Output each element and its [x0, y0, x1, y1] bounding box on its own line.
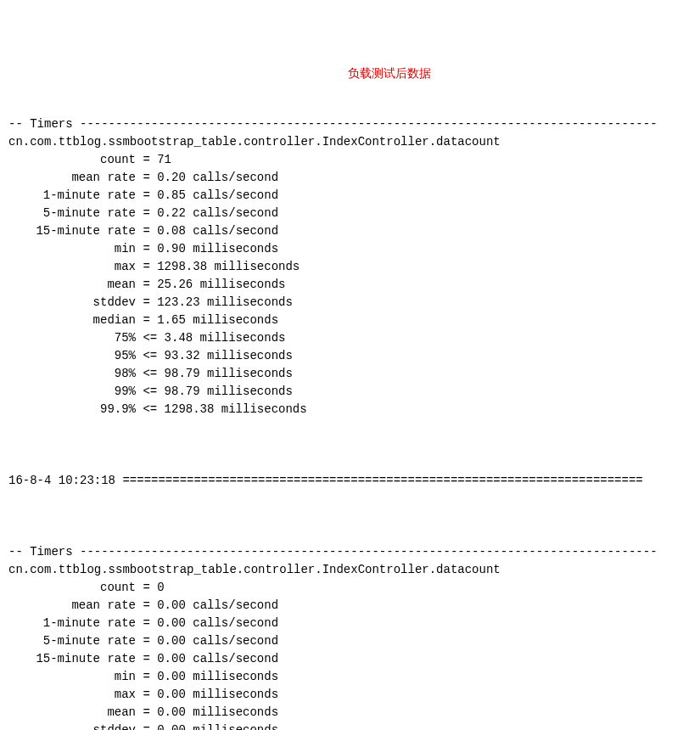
metric-value: 0.00 calls/second [157, 616, 278, 630]
metric-op: = [136, 598, 157, 612]
metric-value: 0.00 milliseconds [157, 688, 278, 701]
metric-value: 0.20 calls/second [157, 171, 278, 184]
metric-label: 75% [8, 329, 136, 347]
metric-op: <= [136, 349, 165, 362]
metric-value: 3.48 milliseconds [165, 331, 286, 345]
metric-op: = [136, 670, 157, 683]
metric-row: 1-minute rate = 0.00 calls/second [8, 616, 278, 630]
metric-op: = [136, 723, 157, 730]
metric-op: = [136, 634, 157, 648]
metric-value: 0.90 milliseconds [157, 242, 278, 256]
metric-op: = [136, 171, 157, 184]
metric-op: <= [136, 367, 165, 380]
metric-label: stddev [8, 294, 136, 312]
metric-row: stddev = 0.00 milliseconds [8, 723, 278, 730]
metric-value: 71 [157, 153, 171, 166]
equals-divider: ========================================… [122, 474, 642, 487]
metric-label: 15-minute rate [8, 650, 136, 668]
timers-section-1: -- Timers ------------------------------… [8, 98, 692, 418]
metric-op: = [136, 188, 157, 202]
metric-row: mean rate = 0.00 calls/second [8, 598, 278, 612]
metric-label: mean [8, 704, 136, 722]
metric-row: 99.9% <= 1298.38 milliseconds [8, 402, 307, 416]
metric-op: = [136, 652, 157, 665]
header-prefix: -- Timers [8, 545, 80, 559]
metric-row: count = 0 [8, 581, 165, 594]
metric-row: mean rate = 0.20 calls/second [8, 171, 278, 184]
metric-row: 95% <= 93.32 milliseconds [8, 349, 293, 362]
metric-label: 98% [8, 365, 136, 383]
metric-label: mean [8, 276, 136, 294]
timers-section-2: -- Timers ------------------------------… [8, 525, 692, 730]
timestamp-divider: 16-8-4 10:23:18 ========================… [8, 454, 692, 490]
metric-op: = [136, 616, 157, 630]
header-dashes: ----------------------------------------… [80, 117, 658, 131]
metric-label: max [8, 258, 136, 276]
class-name-2: cn.com.ttblog.ssmbootstrap_table.control… [8, 563, 501, 576]
metric-label: count [8, 151, 136, 169]
metric-row: mean = 25.26 milliseconds [8, 278, 285, 291]
metric-op: <= [136, 385, 165, 398]
metric-row: mean = 0.00 milliseconds [8, 705, 278, 719]
metric-op: = [136, 295, 157, 309]
section-header-1: -- Timers ------------------------------… [8, 117, 658, 131]
metric-label: min [8, 240, 136, 258]
metric-label: count [8, 579, 136, 597]
metric-label: 1-minute rate [8, 187, 136, 205]
section-header-2: -- Timers ------------------------------… [8, 545, 658, 559]
metric-row: stddev = 123.23 milliseconds [8, 295, 293, 309]
metric-op: <= [136, 402, 165, 416]
metric-row: count = 71 [8, 153, 171, 166]
metric-op: = [136, 278, 157, 291]
metric-op: = [136, 242, 157, 256]
metric-value: 0.85 calls/second [157, 188, 278, 202]
metric-label: 15-minute rate [8, 222, 136, 240]
metric-value: 0.00 calls/second [157, 634, 278, 648]
metric-value: 98.79 milliseconds [165, 385, 293, 398]
metric-value: 123.23 milliseconds [157, 295, 293, 309]
metric-row: 15-minute rate = 0.08 calls/second [8, 224, 278, 238]
metric-label: mean rate [8, 597, 136, 615]
timestamp: 16-8-4 10:23:18 [8, 474, 122, 487]
class-name-1: cn.com.ttblog.ssmbootstrap_table.control… [8, 135, 501, 149]
metric-value: 0 [157, 581, 164, 594]
metric-label: median [8, 312, 136, 329]
metric-op: = [136, 313, 157, 327]
annotation-text: 负载测试后数据 [348, 65, 431, 83]
metric-row: max = 1298.38 milliseconds [8, 260, 300, 273]
metric-op: = [136, 260, 157, 273]
metric-row: 5-minute rate = 0.22 calls/second [8, 206, 278, 220]
metric-value: 93.32 milliseconds [165, 349, 293, 362]
metric-row: 99% <= 98.79 milliseconds [8, 385, 293, 398]
metric-op: = [136, 206, 157, 220]
metric-label: stddev [8, 722, 136, 730]
metric-label: 1-minute rate [8, 615, 136, 632]
header-prefix: -- Timers [8, 117, 80, 131]
metric-value: 0.08 calls/second [157, 224, 278, 238]
metric-value: 1298.38 milliseconds [165, 402, 307, 416]
metric-label: max [8, 686, 136, 704]
metric-value: 0.22 calls/second [157, 206, 278, 220]
metric-row: max = 0.00 milliseconds [8, 688, 278, 701]
metric-value: 0.00 calls/second [157, 652, 278, 665]
metric-value: 1.65 milliseconds [157, 313, 278, 327]
metric-row: min = 0.90 milliseconds [8, 242, 278, 256]
metric-row: 1-minute rate = 0.85 calls/second [8, 188, 278, 202]
metric-row: min = 0.00 milliseconds [8, 670, 278, 683]
metric-op: = [136, 224, 157, 238]
metric-value: 0.00 milliseconds [157, 670, 278, 683]
metric-op: <= [136, 331, 165, 345]
metric-label: min [8, 668, 136, 686]
metric-row: 75% <= 3.48 milliseconds [8, 331, 285, 345]
metric-row: 15-minute rate = 0.00 calls/second [8, 652, 278, 665]
metric-row: 98% <= 98.79 milliseconds [8, 367, 293, 380]
metric-value: 0.00 milliseconds [157, 705, 278, 719]
metric-row: median = 1.65 milliseconds [8, 313, 278, 327]
metric-label: 5-minute rate [8, 632, 136, 650]
metric-value: 1298.38 milliseconds [157, 260, 300, 273]
metric-value: 0.00 milliseconds [157, 723, 278, 730]
metric-label: 99% [8, 383, 136, 401]
metric-op: = [136, 581, 157, 594]
header-dashes: ----------------------------------------… [80, 545, 658, 559]
metric-op: = [136, 705, 157, 719]
